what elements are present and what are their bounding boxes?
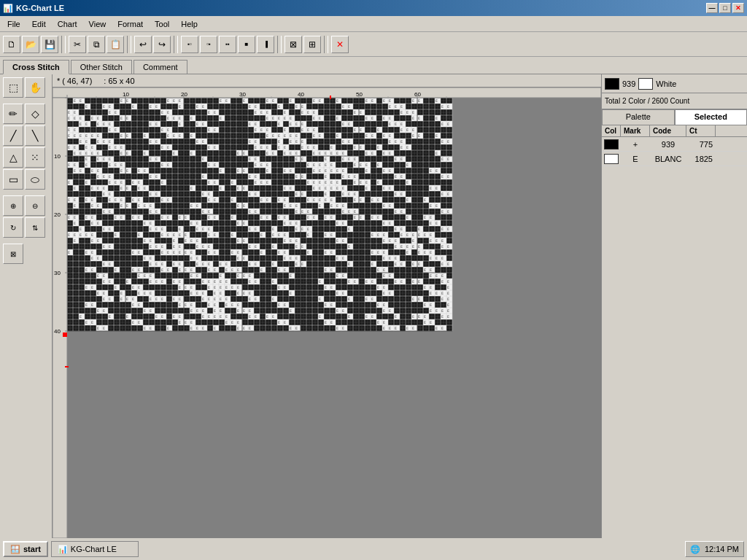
- palette-row-0[interactable]: + 939 775: [602, 137, 747, 152]
- stitch-canvas[interactable]: [53, 88, 601, 538]
- chart-canvas-container[interactable]: [53, 88, 601, 538]
- canvas-size: : 65 x 40: [104, 77, 134, 85]
- color-row: 939 White: [602, 74, 747, 93]
- grid-btn1[interactable]: ▪▫: [181, 36, 198, 53]
- code-1: BLANC: [650, 155, 686, 163]
- erase-button[interactable]: ⊠: [285, 36, 302, 53]
- ellipse-tool[interactable]: ⬭: [25, 169, 45, 190]
- tab-cross-stitch[interactable]: Cross Stitch: [3, 60, 69, 74]
- new-button[interactable]: 🗋: [3, 36, 20, 53]
- lt-row8: ⊠: [3, 244, 49, 264]
- zoom-in-tool[interactable]: ⊕: [3, 195, 23, 216]
- cursor-position: * ( 46, 47): [57, 77, 92, 85]
- tab-bar: Cross Stitch Other Stitch Comment: [0, 57, 747, 74]
- palette-tabs: Palette Selected: [602, 109, 747, 125]
- lt-row3: ╱ ╲: [3, 125, 49, 146]
- titlebar-controls[interactable]: — □ ✕: [706, 3, 744, 13]
- color-swatch-1[interactable]: [605, 78, 619, 90]
- color-name-1: 939: [622, 79, 635, 88]
- app-icon: 📊: [3, 4, 13, 13]
- zoom-out-tool[interactable]: ⊖: [25, 195, 45, 216]
- start-label: start: [23, 545, 41, 553]
- menu-help[interactable]: Help: [175, 18, 204, 30]
- bucket-tool[interactable]: △: [3, 147, 23, 168]
- open-button[interactable]: 📂: [22, 36, 39, 53]
- rotate-tool[interactable]: ↻: [3, 217, 23, 238]
- color-swatch-2[interactable]: [638, 78, 653, 90]
- toolbar-sep1: [61, 36, 66, 53]
- select-tool[interactable]: ⬚: [3, 77, 23, 98]
- right-panel: 939 White Total 2 Color / 2600 Count Pal…: [601, 74, 747, 538]
- mark-0: +: [621, 140, 650, 149]
- pencil-tool[interactable]: ✏: [3, 104, 23, 124]
- menubar: File Edit Chart View Format Tool Help: [0, 16, 747, 32]
- canvas-area[interactable]: * ( 46, 47) : 65 x 40: [53, 74, 601, 538]
- flip-tool[interactable]: ⇅: [25, 217, 45, 238]
- network-icon: 🌐: [690, 545, 700, 554]
- menu-chart[interactable]: Chart: [52, 18, 83, 30]
- eraser-tool[interactable]: ◇: [25, 104, 45, 124]
- undo-button[interactable]: ↩: [134, 36, 152, 53]
- lt-row2: ✏ ◇: [3, 104, 49, 124]
- color-name-2: White: [656, 79, 676, 88]
- menu-tool[interactable]: Tool: [149, 18, 175, 30]
- line-tool[interactable]: ╱: [3, 125, 23, 146]
- count-row: Total 2 Color / 2600 Count: [602, 93, 747, 109]
- rect-tool[interactable]: ▭: [3, 169, 23, 190]
- taskbar-app-label: KG-Chart LE: [71, 545, 117, 553]
- window-title: KG-Chart LE: [16, 4, 64, 12]
- taskbar-right: 🌐 12:14 PM: [685, 541, 744, 557]
- close-button[interactable]: ✕: [732, 3, 744, 13]
- start-button[interactable]: 🪟 start: [3, 541, 48, 557]
- menu-file[interactable]: File: [1, 18, 26, 30]
- header-col: Col: [602, 125, 621, 136]
- selected-tab[interactable]: Selected: [675, 109, 748, 125]
- toolbar-sep2: [127, 36, 131, 53]
- menu-view[interactable]: View: [83, 18, 112, 30]
- minimize-button[interactable]: —: [706, 3, 718, 13]
- main-layout: ⬚ ✋ ✏ ◇ ╱ ╲ △ ⁙ ▭ ⬭ ⊕ ⊖ ↻ ⇅ ⊠: [0, 74, 747, 538]
- toolbar: 🗋 📂 💾 ✂ ⧉ 📋 ↩ ↪ ▪▫ ▫▪ ▪▪ ■ ▐ ⊠ ⊞ ✕: [0, 32, 747, 57]
- toolbar-sep3: [174, 36, 178, 53]
- save-button[interactable]: 💾: [41, 36, 58, 53]
- crop-tool[interactable]: ⊠: [3, 244, 23, 264]
- swatch-1: [604, 154, 619, 164]
- total-info: Total 2 Color / 2600 Count: [605, 97, 689, 105]
- cut-button[interactable]: ✂: [69, 36, 86, 53]
- lt-row1: ⬚ ✋: [3, 77, 49, 98]
- tab-comment[interactable]: Comment: [133, 60, 187, 74]
- palette-rows: + 939 775 E BLANC 1825: [602, 137, 747, 538]
- menu-edit[interactable]: Edit: [26, 18, 52, 30]
- palette-row-1[interactable]: E BLANC 1825: [602, 152, 747, 166]
- menu-format[interactable]: Format: [112, 18, 149, 30]
- lt-row7: ↻ ⇅: [3, 217, 49, 238]
- grid-btn5[interactable]: ▐: [257, 36, 274, 53]
- delete-button[interactable]: ✕: [331, 36, 349, 53]
- paste-button[interactable]: 📋: [107, 36, 124, 53]
- header-code: Code: [650, 125, 686, 136]
- taskbar: 🪟 start 📊 KG-Chart LE 🌐 12:14 PM: [0, 538, 747, 560]
- mark-1: E: [621, 155, 650, 163]
- grid-btn4[interactable]: ■: [238, 36, 255, 53]
- fill-button[interactable]: ⊞: [303, 36, 321, 53]
- pattern-tool[interactable]: ⁙: [25, 147, 45, 168]
- windows-icon: 🪟: [10, 545, 20, 554]
- pan-tool[interactable]: ✋: [25, 77, 45, 98]
- palette-header: Col Mark Code Ct: [602, 125, 747, 137]
- lt-row6: ⊕ ⊖: [3, 195, 49, 216]
- toolbar-sep4: [277, 36, 282, 53]
- tab-other-stitch[interactable]: Other Stitch: [71, 60, 132, 74]
- header-count: Ct: [686, 125, 716, 136]
- taskbar-app[interactable]: 📊 KG-Chart LE: [51, 541, 139, 557]
- grid-btn2[interactable]: ▫▪: [200, 36, 217, 53]
- grid-btn3[interactable]: ▪▪: [219, 36, 236, 53]
- redo-button[interactable]: ↪: [153, 36, 171, 53]
- code-0: 939: [650, 140, 686, 149]
- copy-button[interactable]: ⧉: [88, 36, 105, 53]
- toolbar-sep5: [324, 36, 328, 53]
- line2-tool[interactable]: ╲: [25, 125, 45, 146]
- coord-bar: * ( 46, 47) : 65 x 40: [53, 74, 601, 88]
- palette-tab[interactable]: Palette: [602, 109, 675, 125]
- maximize-button[interactable]: □: [719, 3, 731, 13]
- lt-row5: ▭ ⬭: [3, 169, 49, 190]
